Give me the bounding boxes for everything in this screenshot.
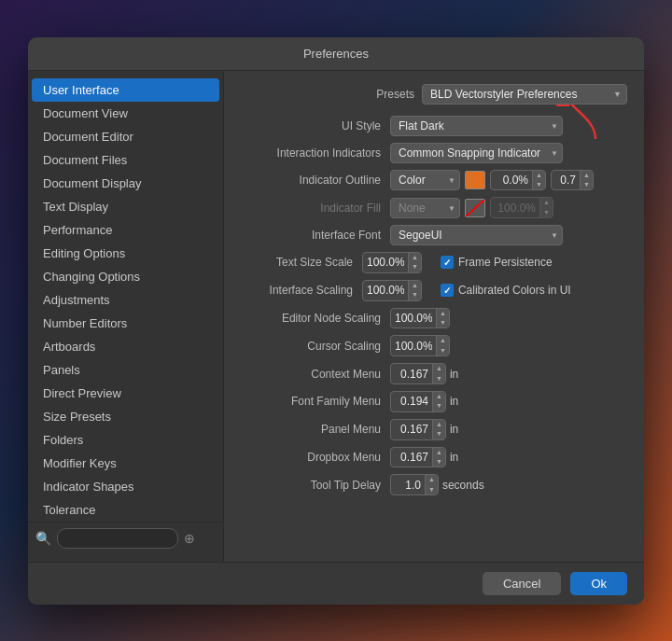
dropbox-menu-field[interactable]: ▲ ▼	[390, 447, 446, 468]
search-input[interactable]	[57, 528, 178, 549]
sidebar-item-tolerance[interactable]: Tolerance	[28, 498, 223, 522]
font-family-down[interactable]: ▼	[433, 401, 445, 411]
cancel-button[interactable]: Cancel	[483, 572, 561, 595]
indicator-fill-pct-field[interactable]: ▲ ▼	[490, 197, 553, 218]
editor-node-up[interactable]: ▲	[437, 309, 449, 318]
indicator-outline-color-swatch[interactable]	[465, 171, 485, 189]
sidebar-item-document-files[interactable]: Document Files	[28, 148, 223, 172]
ui-style-select-wrap: Flat Dark	[390, 116, 563, 136]
indicator-fill-color-swatch[interactable]	[465, 199, 485, 217]
indicator-outline-pct-up[interactable]: ▲	[533, 171, 545, 180]
sidebar-item-editing-options[interactable]: Editing Options	[28, 242, 223, 265]
text-size-scale-field[interactable]: ▲ ▼	[362, 252, 422, 273]
context-menu-label: Context Menu	[241, 368, 390, 381]
indicator-outline-pct-input[interactable]	[491, 172, 532, 188]
panel-menu-down[interactable]: ▼	[433, 429, 445, 439]
indicator-outline-label: Indicator Outline	[241, 174, 390, 187]
dropbox-menu-input[interactable]	[391, 449, 432, 466]
sidebar-item-document-editor[interactable]: Document Editor	[28, 125, 223, 148]
text-size-scale-col: Text Size Scale ▲ ▼	[241, 252, 422, 273]
editor-node-scaling-input[interactable]	[391, 310, 436, 327]
cursor-scaling-up[interactable]: ▲	[437, 336, 449, 345]
indicator-outline-pct-field[interactable]: ▲ ▼	[490, 170, 546, 191]
font-family-menu-row: Font Family Menu ▲ ▼ in	[241, 391, 627, 412]
indicator-outline-num-field[interactable]: ▲ ▼	[551, 170, 594, 191]
context-menu-row: Context Menu ▲ ▼ in	[241, 363, 627, 384]
tool-tip-delay-input[interactable]	[391, 477, 425, 494]
panel-menu-unit: in	[450, 423, 458, 436]
sidebar-item-changing-options[interactable]: Changing Options	[28, 265, 223, 288]
text-size-scale-input[interactable]	[363, 254, 408, 271]
interface-font-select-wrap: SegoeUI	[390, 225, 563, 245]
interaction-indicators-select[interactable]: Common Snapping Indicator	[390, 143, 563, 163]
tool-tip-up[interactable]: ▲	[426, 475, 438, 484]
indicator-outline-num-down[interactable]: ▼	[581, 180, 593, 189]
sidebar-item-document-view[interactable]: Document View	[28, 102, 223, 125]
indicator-outline-num-up[interactable]: ▲	[581, 171, 593, 180]
indicator-fill-pct-down[interactable]: ▼	[540, 208, 553, 217]
ui-style-select[interactable]: Flat Dark	[390, 116, 563, 136]
frame-persistence-checkbox[interactable]	[441, 256, 454, 269]
editor-node-scaling-field[interactable]: ▲ ▼	[390, 308, 450, 329]
indicator-outline-type-select[interactable]: Color	[390, 170, 460, 190]
title-bar: Preferences	[28, 37, 644, 71]
dropbox-menu-down[interactable]: ▼	[433, 457, 445, 467]
main-content-wrapper: Presets BLD Vectorstyler Preferences UI …	[224, 71, 644, 562]
panel-menu-label: Panel Menu	[241, 423, 390, 436]
ok-button[interactable]: Ok	[570, 572, 627, 595]
interface-scaling-field[interactable]: ▲ ▼	[362, 280, 422, 301]
sidebar-item-size-presets[interactable]: Size Presets	[28, 405, 223, 428]
interface-scaling-down[interactable]: ▼	[409, 290, 421, 300]
dialog-body: User InterfaceDocument ViewDocument Edit…	[28, 71, 644, 562]
dropbox-menu-unit: in	[450, 451, 458, 464]
interface-font-select[interactable]: SegoeUI	[390, 225, 563, 245]
context-menu-unit: in	[450, 368, 458, 381]
context-menu-down[interactable]: ▼	[433, 374, 445, 383]
tool-tip-delay-field[interactable]: ▲ ▼	[390, 474, 439, 495]
sidebar-item-user-interface[interactable]: User Interface	[32, 78, 219, 102]
font-family-menu-input[interactable]	[391, 393, 432, 410]
indicator-fill-pct-input[interactable]	[491, 200, 539, 216]
font-family-up[interactable]: ▲	[433, 392, 445, 401]
tool-tip-down[interactable]: ▼	[426, 485, 438, 495]
panel-menu-field[interactable]: ▲ ▼	[390, 419, 446, 440]
indicator-fill-type-select[interactable]: None	[390, 198, 460, 218]
dropbox-menu-up[interactable]: ▲	[433, 448, 445, 457]
cursor-scaling-down[interactable]: ▼	[437, 346, 449, 355]
calibrated-colors-checkbox[interactable]	[441, 284, 454, 297]
panel-menu-input[interactable]	[391, 421, 432, 438]
panel-menu-up[interactable]: ▲	[433, 420, 445, 429]
sidebar-item-direct-preview[interactable]: Direct Preview	[28, 382, 223, 405]
indicator-outline-num-input[interactable]	[552, 172, 580, 188]
context-menu-input[interactable]	[391, 366, 432, 383]
sidebar-item-artboards[interactable]: Artboards	[28, 335, 223, 358]
zoom-icon: ⊕	[184, 531, 195, 546]
interface-scaling-up[interactable]: ▲	[409, 281, 421, 290]
text-size-down[interactable]: ▼	[409, 262, 421, 272]
indicator-fill-pct-up[interactable]: ▲	[540, 198, 553, 207]
editor-node-scaling-row: Editor Node Scaling ▲ ▼	[241, 308, 627, 329]
sidebar-item-panels[interactable]: Panels	[28, 358, 223, 382]
presets-select[interactable]: BLD Vectorstyler Preferences	[422, 84, 627, 105]
font-family-menu-field[interactable]: ▲ ▼	[390, 391, 446, 412]
context-menu-up[interactable]: ▲	[433, 364, 445, 373]
sidebar-item-number-editors[interactable]: Number Editors	[28, 312, 223, 335]
sidebar-item-folders[interactable]: Folders	[28, 428, 223, 452]
editor-node-down[interactable]: ▼	[437, 318, 449, 327]
cursor-scaling-input[interactable]	[391, 338, 436, 355]
interaction-indicators-label: Interaction Indicators	[241, 146, 390, 160]
sidebar-item-modifier-keys[interactable]: Modifier Keys	[28, 452, 223, 475]
sidebar-item-adjustments[interactable]: Adjustments	[28, 288, 223, 312]
sidebar-item-performance[interactable]: Performance	[28, 218, 223, 242]
editor-node-scaling-label: Editor Node Scaling	[241, 312, 390, 325]
indicator-outline-pct-down[interactable]: ▼	[533, 180, 545, 189]
context-menu-field[interactable]: ▲ ▼	[390, 363, 446, 384]
cursor-scaling-field[interactable]: ▲ ▼	[390, 335, 450, 356]
calibrated-colors-group: Calibrated Colors in UI	[441, 284, 571, 297]
sidebar-item-document-display[interactable]: Document Display	[28, 172, 223, 195]
panel-menu-row: Panel Menu ▲ ▼ in	[241, 419, 627, 440]
sidebar-item-indicator-shapes[interactable]: Indicator Shapes	[28, 475, 223, 498]
sidebar-item-text-display[interactable]: Text Display	[28, 195, 223, 218]
interface-scaling-input[interactable]	[363, 282, 408, 299]
text-size-up[interactable]: ▲	[409, 253, 421, 262]
